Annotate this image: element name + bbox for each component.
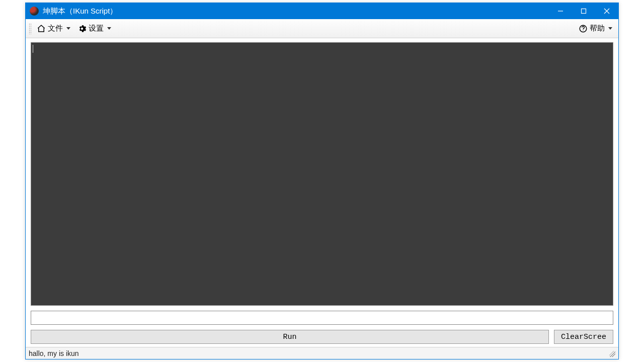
clear-screen-button[interactable]: ClearScree — [554, 330, 613, 344]
settings-menu[interactable]: 设置 — [74, 22, 114, 35]
editor-cursor — [33, 45, 33, 53]
toolbar-left: 文件 设置 — [34, 22, 114, 35]
command-input[interactable] — [31, 311, 613, 325]
window-controls — [549, 3, 618, 19]
status-text: hallo, my is ikun — [29, 349, 608, 357]
content-area: Run ClearScree — [26, 38, 618, 347]
close-icon — [604, 8, 610, 14]
window-title: 坤脚本（IKun Script） — [43, 7, 549, 16]
button-row: Run ClearScree — [31, 330, 613, 344]
toolbar-right: 帮助 — [576, 22, 615, 35]
chevron-down-icon — [608, 27, 612, 30]
file-menu-label: 文件 — [48, 24, 63, 33]
help-menu[interactable]: 帮助 — [576, 22, 615, 35]
minimize-button[interactable] — [549, 3, 572, 19]
help-icon — [579, 24, 588, 33]
svg-point-4 — [81, 27, 84, 30]
maximize-button[interactable] — [572, 3, 595, 19]
toolbar: 文件 设置 帮助 — [26, 19, 618, 38]
app-window: 坤脚本（IKun Script） 文件 — [25, 3, 619, 359]
script-editor[interactable] — [31, 42, 613, 306]
gear-icon — [77, 24, 87, 33]
home-icon — [37, 24, 46, 33]
statusbar: hallo, my is ikun — [26, 347, 618, 359]
app-icon — [30, 7, 39, 16]
close-button[interactable] — [595, 3, 618, 19]
maximize-icon — [581, 8, 587, 14]
svg-point-6 — [583, 30, 583, 31]
titlebar[interactable]: 坤脚本（IKun Script） — [26, 3, 618, 19]
chevron-down-icon — [66, 27, 70, 30]
run-button[interactable]: Run — [31, 330, 549, 344]
minimize-icon — [557, 8, 564, 14]
svg-rect-1 — [582, 9, 586, 14]
help-menu-label: 帮助 — [590, 24, 605, 33]
settings-menu-label: 设置 — [89, 24, 104, 33]
resize-grip[interactable] — [608, 350, 615, 357]
file-menu[interactable]: 文件 — [34, 22, 73, 35]
chevron-down-icon — [107, 27, 111, 30]
toolbar-grip[interactable] — [29, 23, 32, 34]
